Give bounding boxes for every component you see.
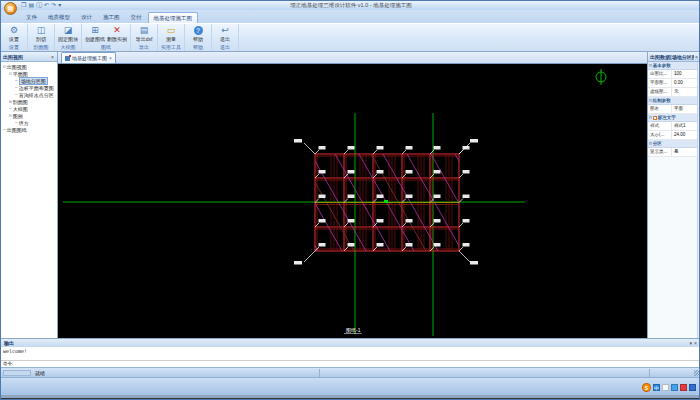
measure-button[interactable]: ▭ 测量 (160, 25, 182, 44)
tree-item-legend[interactable]: ⊟图例 (3, 112, 57, 119)
prop-row-scale[interactable]: 出图比...100 (648, 70, 700, 79)
checkbox-icon[interactable] (653, 116, 657, 120)
tree-item-drain-zoning-plan[interactable]: ─盲沟排水点分区 (3, 91, 57, 98)
group-label-sheet: 图纸 (84, 44, 128, 51)
group-label-section: 剖面图 (30, 44, 52, 51)
property-grid: ⊟基本参数 出图比...100 平面图...0.00 虚线图...无 ⊟绘制参数… (648, 62, 700, 157)
undo-icon[interactable]: ↶ (44, 2, 49, 9)
open-icon[interactable]: ❐ (21, 2, 26, 9)
tree-item-site-zoning-plan[interactable]: ─场地分区图 (3, 77, 57, 84)
document-tab-strip: 地基处理施工图 × (58, 52, 647, 64)
close-icon[interactable]: × (693, 340, 698, 346)
create-sheet-icon: ⊞ (91, 25, 99, 36)
prop-row-text-style[interactable]: 样式样式1 (648, 122, 700, 131)
view-tree-panel-title: 出图视图 (3, 54, 23, 60)
redo-icon[interactable]: ↷ (51, 2, 56, 9)
group-label-help: 帮助 (187, 44, 209, 51)
output-log[interactable]: welcome! (1, 347, 700, 361)
measure-icon: ▭ (167, 25, 176, 36)
ribbon-group-sheet: ⊞ 创建图纸 ✕ 删除实例 图纸 (82, 24, 131, 51)
view-tree: ⊟出图视图 ⊟平面图 ─场地分区图 ─边桩平面布置图 ─盲沟排水点分区 ⊞剖面图… (1, 62, 57, 133)
prop-row-dashed-layer[interactable]: 虚线图...无 (648, 88, 700, 97)
properties-panel: 出图数据(场地分区图) × ⊟基本参数 出图比...100 平面图...0.00… (647, 52, 700, 338)
close-icon[interactable]: × (109, 55, 112, 61)
selection-grip[interactable] (384, 200, 388, 203)
taskbar[interactable]: S 中 (1, 377, 700, 395)
drawing-tab-icon (65, 56, 70, 61)
prop-row-plan-elevation[interactable]: 平面图...0.00 (648, 79, 700, 88)
ribbon: ⚙ 设置 设置 ◫ 剖切 剖面图 ◪ 固定图块 大样图 (1, 23, 700, 52)
delete-instance-icon: ✕ (113, 25, 121, 36)
tab-geology-model[interactable]: 地质模型 (43, 12, 75, 23)
ime-icon-1[interactable]: 中 (653, 384, 660, 391)
svg-text:图纸-1: 图纸-1 (346, 327, 361, 334)
settings-button[interactable]: ⚙ 设置 (3, 25, 25, 44)
ribbon-group-tools: ▭ 测量 实用工具 (158, 24, 185, 51)
tab-design[interactable]: 设计 (76, 12, 97, 23)
prop-group-basic[interactable]: ⊟基本参数 (648, 62, 700, 70)
tab-foundation-treatment-drawing[interactable]: 地基处理施工图 (148, 12, 199, 23)
delete-instance-button[interactable]: ✕ 删除实例 (106, 25, 128, 44)
resize-grip[interactable] (694, 370, 700, 376)
exit-button[interactable]: ↩ 退出 (214, 25, 236, 44)
ribbon-group-settings: ⚙ 设置 设置 (1, 24, 28, 51)
export-dxf-button[interactable]: ▤ 导出dxf (133, 25, 155, 44)
tree-item-fill[interactable]: ─填方 (3, 119, 57, 126)
create-sheet-button[interactable]: ⊞ 创建图纸 (84, 25, 106, 44)
close-icon[interactable]: × (50, 54, 55, 60)
view-tree-panel: 出图视图 × ⊟出图视图 ⊟平面图 ─场地分区图 ─边桩平面布置图 ─盲沟排水点… (1, 52, 58, 338)
ribbon-group-export: ▤ 导出dxf 导出 (131, 24, 158, 51)
section-cut-button[interactable]: ◫ 剖切 (30, 25, 52, 44)
prop-row-text-size[interactable]: 大小(...24.00 (648, 131, 700, 140)
ribbon-group-exit: ↩ 退出 退出 (212, 24, 239, 51)
sogou-icon[interactable]: S (642, 383, 651, 392)
block-icon: ◪ (64, 25, 73, 36)
ribbon-tab-row: 文件 地质模型 设计 施工图 交付 地基处理施工图 (1, 10, 700, 23)
document-tab[interactable]: 地基处理施工图 × (61, 52, 116, 63)
tree-item-section-views[interactable]: ⊞剖面图 (3, 98, 57, 105)
close-icon[interactable]: × (694, 54, 699, 60)
drawing-viewport[interactable]: 图纸-1 (58, 64, 647, 338)
qat-dropdown-icon[interactable]: ▾ (58, 2, 61, 9)
window-title: 理正地基处理三维设计软件 v1.0 - 地基处理施工图 (1, 2, 700, 9)
title-bar: 理正地基处理三维设计软件 v1.0 - 地基处理施工图 (1, 1, 700, 10)
prop-row-show-type[interactable]: 显示类...是 (648, 148, 700, 157)
prop-group-zoning[interactable]: ⊟分区 (648, 140, 700, 148)
app-menu-orb[interactable]: ▦ (4, 2, 17, 15)
status-pane-separator (319, 369, 320, 377)
drawing-canvas[interactable]: 图纸-1 (58, 64, 647, 338)
status-pane-separator (649, 369, 650, 377)
ime-icon-2[interactable] (662, 384, 669, 391)
canvas-area: 地基处理施工图 × (58, 52, 647, 338)
group-label-exit: 退出 (214, 44, 236, 51)
tab-delivery[interactable]: 交付 (126, 12, 147, 23)
ime-icon-3[interactable] (671, 384, 678, 391)
tab-file[interactable]: 文件 (21, 12, 42, 23)
ribbon-group-detail: ◪ 固定图块 大样图 (55, 24, 82, 51)
ime-icon-5[interactable] (689, 384, 696, 391)
prop-group-draw[interactable]: ⊟绘制参数 (648, 97, 700, 105)
section-icon: ◫ (37, 25, 46, 36)
fixed-block-button[interactable]: ◪ 固定图块 (57, 25, 79, 44)
prop-group-annotation-text[interactable]: ⊟标注文字 (648, 114, 700, 122)
tab-construction-drawing[interactable]: 施工图 (98, 12, 125, 23)
tree-item-output-views[interactable]: ⊟出图视图 (3, 63, 57, 70)
command-prompt: 命令: (3, 361, 13, 366)
help-button[interactable]: ? 帮助 (187, 25, 209, 44)
group-label-export: 导出 (133, 44, 155, 51)
north-arrow-icon (596, 69, 606, 85)
prop-row-drawing-name[interactable]: 图名平面 (648, 105, 700, 114)
info-icon[interactable]: ⓘ (36, 2, 42, 9)
help-icon: ? (194, 26, 203, 35)
ime-icon-4[interactable] (680, 384, 687, 391)
save-icon[interactable]: ▤ (28, 2, 34, 9)
application-window: 理正地基处理三维设计软件 v1.0 - 地基处理施工图 ▦ ❐ ▤ ⓘ ↶ ↷ … (0, 0, 700, 400)
output-panel-header: 输出 ▾ × (1, 338, 700, 347)
group-label-detail: 大样图 (57, 44, 79, 51)
tree-item-pile-layout-plan[interactable]: ─边桩平面布置图 (3, 84, 57, 91)
tree-item-output-sheets[interactable]: ─出图图纸 (3, 126, 57, 133)
group-label-settings: 设置 (3, 44, 25, 51)
export-dxf-icon: ▤ (140, 25, 149, 36)
tree-item-detail-views[interactable]: ─大样图 (3, 105, 57, 112)
status-bar: 就绪 (1, 367, 700, 377)
